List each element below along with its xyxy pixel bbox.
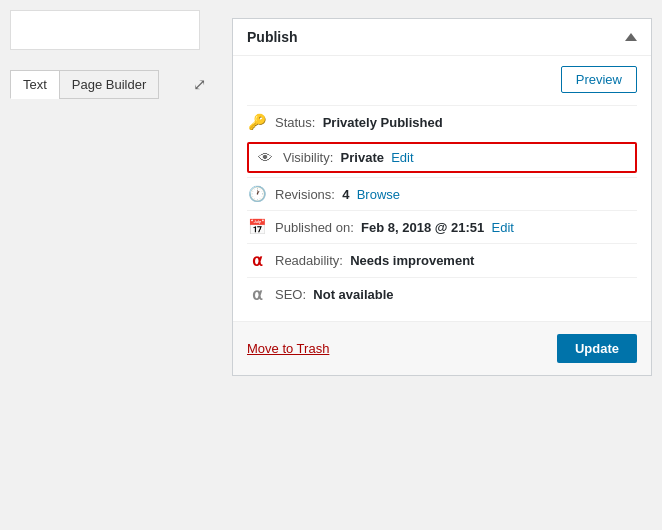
collapse-icon[interactable] xyxy=(625,33,637,41)
tab-row: Text Page Builder ⤢ xyxy=(10,70,210,99)
publish-footer: Move to Trash Update xyxy=(233,321,651,375)
update-button[interactable]: Update xyxy=(557,334,637,363)
yoast-readability-icon: ⍺ xyxy=(247,251,267,270)
revisions-row: 🕐 Revisions: 4 Browse xyxy=(247,177,637,210)
revisions-value: 4 xyxy=(342,187,349,202)
seo-value: Not available xyxy=(313,287,393,302)
visibility-value: Private xyxy=(341,150,384,165)
preview-button[interactable]: Preview xyxy=(561,66,637,93)
publish-body: Preview 🔑 Status: Privately Published 👁 … xyxy=(233,56,651,321)
yoast-seo-icon: ⍺ xyxy=(247,285,267,304)
status-text: Status: Privately Published xyxy=(275,115,637,130)
expand-icon[interactable]: ⤢ xyxy=(189,71,210,98)
visibility-edit-link[interactable]: Edit xyxy=(391,150,413,165)
publish-header: Publish xyxy=(233,19,651,56)
clock-icon: 🕐 xyxy=(247,185,267,203)
published-value: Feb 8, 2018 @ 21:51 xyxy=(361,220,484,235)
seo-text: SEO: Not available xyxy=(275,287,637,302)
visibility-text: Visibility: Private Edit xyxy=(283,150,629,165)
eye-icon: 👁 xyxy=(255,149,275,166)
publish-panel: Publish Preview 🔑 Status: Privately Publ… xyxy=(232,18,652,376)
tab-text[interactable]: Text xyxy=(10,70,59,99)
calendar-icon: 📅 xyxy=(247,218,267,236)
published-edit-link[interactable]: Edit xyxy=(492,220,514,235)
preview-row: Preview xyxy=(247,66,637,93)
publish-title: Publish xyxy=(247,29,298,45)
readability-text: Readability: Needs improvement xyxy=(275,253,637,268)
text-input-area xyxy=(10,10,200,50)
readability-row: ⍺ Readability: Needs improvement xyxy=(247,243,637,277)
status-value: Privately Published xyxy=(323,115,443,130)
visibility-row: 👁 Visibility: Private Edit xyxy=(247,142,637,173)
key-icon: 🔑 xyxy=(247,113,267,131)
status-row: 🔑 Status: Privately Published xyxy=(247,105,637,138)
revisions-browse-link[interactable]: Browse xyxy=(357,187,400,202)
tab-page-builder[interactable]: Page Builder xyxy=(59,70,159,99)
seo-row: ⍺ SEO: Not available xyxy=(247,277,637,311)
move-to-trash-link[interactable]: Move to Trash xyxy=(247,341,329,356)
left-panel: Text Page Builder ⤢ xyxy=(0,0,220,530)
readability-value: Needs improvement xyxy=(350,253,474,268)
revisions-text: Revisions: 4 Browse xyxy=(275,187,637,202)
published-text: Published on: Feb 8, 2018 @ 21:51 Edit xyxy=(275,220,637,235)
published-row: 📅 Published on: Feb 8, 2018 @ 21:51 Edit xyxy=(247,210,637,243)
